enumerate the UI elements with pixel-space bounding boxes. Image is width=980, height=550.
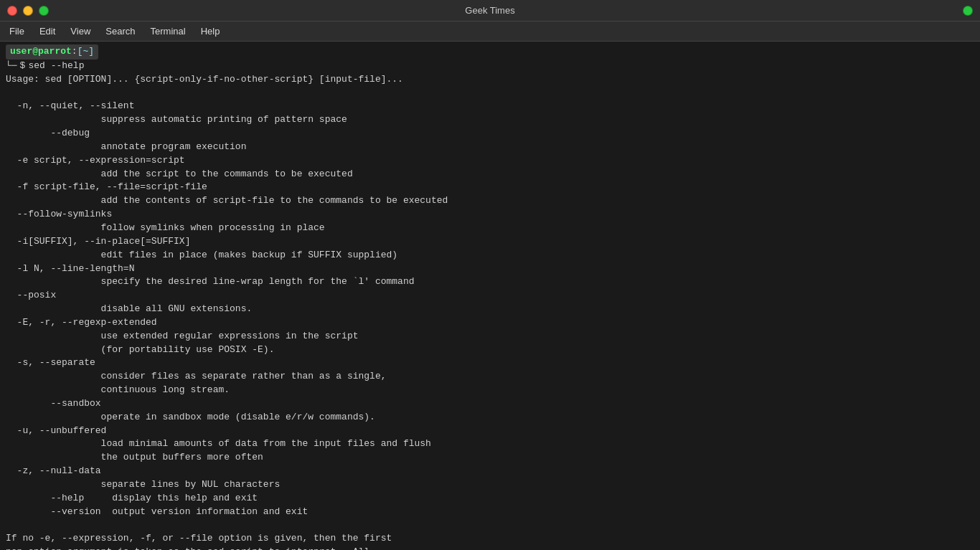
- extra-button[interactable]: [963, 6, 973, 16]
- close-button[interactable]: [7, 6, 17, 16]
- minimize-button[interactable]: [23, 6, 33, 16]
- maximize-button[interactable]: [39, 6, 49, 16]
- title-bar-right: [963, 6, 973, 16]
- menu-terminal[interactable]: Terminal: [145, 24, 192, 39]
- window-title: Geek Times: [465, 5, 514, 16]
- arrow-icon: └─: [6, 60, 17, 73]
- menu-bar: File Edit View Search Terminal Help: [0, 22, 980, 42]
- menu-help[interactable]: Help: [195, 24, 226, 39]
- command-output: Usage: sed [OPTION]... {script-only-if-n…: [6, 73, 974, 550]
- terminal[interactable]: user@parrot:[~] └─ $ sed --help Usage: s…: [0, 42, 980, 550]
- title-bar: Geek Times: [0, 0, 980, 22]
- window-controls[interactable]: [7, 6, 49, 16]
- menu-edit[interactable]: Edit: [34, 24, 61, 39]
- command-text: sed --help: [28, 60, 84, 73]
- command-line: └─ $ sed --help: [6, 60, 974, 73]
- menu-view[interactable]: View: [65, 24, 96, 39]
- prompt-line-1: user@parrot:[~]: [6, 44, 974, 60]
- menu-file[interactable]: File: [4, 24, 30, 39]
- user-host-1: user@parrot: [10, 46, 72, 57]
- menu-search[interactable]: Search: [100, 24, 141, 39]
